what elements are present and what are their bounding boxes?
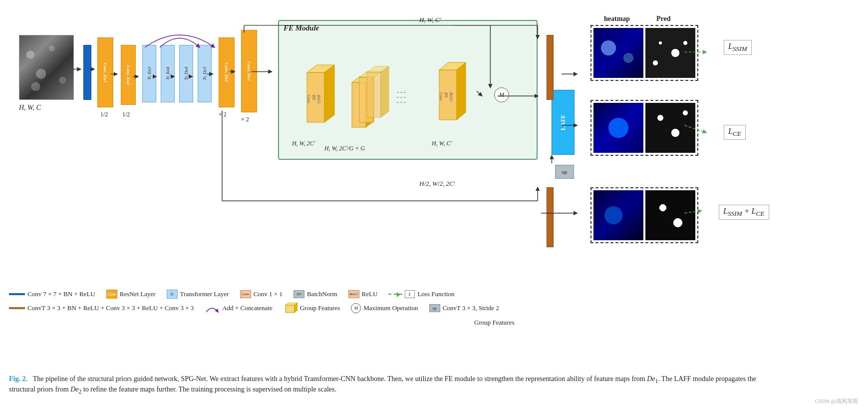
svg-marker-19 bbox=[457, 62, 466, 120]
heatmap-col-label: heatmap bbox=[604, 15, 630, 23]
caption-fig-label: Fig. 2. bbox=[9, 375, 27, 383]
legend-up-icon: up bbox=[429, 304, 440, 312]
legend-blue-line-icon bbox=[9, 293, 25, 295]
legend-row-2: ConvT 3 × 3 + BN + ReLU + Conv 3 × 3 + R… bbox=[9, 303, 858, 314]
legend-blue-line-label: Conv 7 × 7 + BN + ReLU bbox=[27, 290, 95, 298]
svg-marker-13 bbox=[381, 66, 389, 117]
loss-ce: LCE bbox=[724, 125, 746, 140]
svg-text:BN: BN bbox=[311, 95, 316, 100]
legend-convt: ConvT 3 × 3 + BN + ReLU + Conv 3 × 3 + R… bbox=[9, 304, 194, 312]
conv-en2-label: Conv, En2 bbox=[126, 65, 131, 84]
legend-bn-label: BatchNorm bbox=[307, 290, 337, 298]
laff-label: LAFF bbox=[560, 114, 567, 130]
legend-up: up ConvT 3 × 3, Stride 2 bbox=[429, 304, 499, 312]
fe-label-hwc2: H, W, C' bbox=[432, 140, 452, 147]
scale-x2-1: × 2 bbox=[219, 111, 227, 118]
fe-label-hwc1: H, W, 2C' bbox=[292, 140, 315, 147]
svg-text:BN: BN bbox=[444, 92, 448, 98]
legend-green-arrow-icon bbox=[388, 294, 402, 295]
legend-conv-small-icon: Conv bbox=[240, 290, 251, 298]
legend-resnet-label: ResNet Layer bbox=[120, 290, 156, 298]
up-label: up bbox=[562, 169, 568, 175]
m-label: M bbox=[499, 91, 504, 99]
legend-up-label: ConvT 3 × 3, Stride 2 bbox=[443, 304, 499, 312]
legend-relu: ReLU ReLU bbox=[348, 290, 378, 298]
pred-mid-img bbox=[645, 103, 695, 153]
conv-en1-label: Conv, En1 bbox=[103, 62, 108, 82]
legend-m-circle-icon: M bbox=[351, 303, 361, 313]
legend-area: Conv 7 × 7 + BN + ReLU Conv ResNet Layer… bbox=[9, 290, 858, 318]
svg-rect-11 bbox=[367, 72, 381, 117]
csdn-watermark: CSDN @清风等雨 bbox=[815, 398, 858, 405]
tr-de4-block: Tr, De4 bbox=[179, 45, 193, 102]
pred-col-label: Pred bbox=[656, 15, 671, 23]
fe-cubes-mid bbox=[349, 47, 424, 137]
heatmap-bot-img bbox=[593, 190, 643, 240]
brown-bar-bottom bbox=[547, 187, 554, 247]
loss-ssim-top: LSSIM bbox=[724, 40, 752, 55]
scale-half-2: 1/2 bbox=[122, 111, 130, 118]
legend-yellow-cube-icon bbox=[284, 303, 297, 314]
input-image bbox=[19, 35, 74, 100]
fe-label-hwcg: H, W, 2C'/G × G bbox=[324, 145, 365, 152]
legend-add-concat-label: Add + Concatenate bbox=[222, 304, 272, 312]
scale-x2-2: × 2 bbox=[241, 116, 249, 123]
legend-row-1: Conv 7 × 7 + BN + ReLU Conv ResNet Layer… bbox=[9, 290, 858, 299]
legend-batchnorm: BN BatchNorm bbox=[293, 290, 337, 298]
conv-en1-block: Conv, En1 bbox=[97, 37, 113, 107]
features-group-label: Group Features bbox=[474, 319, 515, 327]
conv-en2-block: Conv, En2 bbox=[121, 45, 136, 105]
svg-text:ReLU: ReLU bbox=[449, 92, 453, 102]
legend-orange-conv-icon: Conv bbox=[106, 290, 117, 299]
loss-ssim-ce: LSSIM + LCE bbox=[719, 205, 769, 220]
legend-group-features: Group Features bbox=[284, 303, 340, 314]
fe-cubes-right: Conv BN ReLU bbox=[429, 50, 484, 135]
tr-en3-block: Tr, En3 bbox=[142, 45, 156, 102]
legend-blue-line: Conv 7 × 7 + BN + ReLU bbox=[9, 290, 95, 298]
top-hwc-label: H, W, C' bbox=[419, 16, 441, 24]
svg-text:Conv: Conv bbox=[306, 95, 311, 103]
conv-de2-label: Conv, De2 bbox=[224, 63, 229, 82]
svg-text:ReLU: ReLU bbox=[316, 94, 321, 105]
diagram-area: H, W, C Conv, En1 Conv, En2 1/2 1/2 × 2 … bbox=[10, 5, 858, 285]
main-container: H, W, C Conv, En1 Conv, En2 1/2 1/2 × 2 … bbox=[0, 0, 868, 410]
legend-conv1x1: Conv Conv 1 × 1 bbox=[240, 290, 283, 298]
up-block: up bbox=[555, 165, 574, 179]
legend-maximum-op: M Maximum Operation bbox=[351, 303, 418, 313]
heatmap-mid-img bbox=[593, 103, 643, 153]
curved-arrows-svg bbox=[135, 20, 225, 50]
legend-add-concat: Add + Concatenate bbox=[205, 303, 272, 313]
legend-conv1x1-label: Conv 1 × 1 bbox=[254, 290, 283, 298]
legend-convt-label: ConvT 3 × 3 + BN + ReLU + Conv 3 × 3 + R… bbox=[27, 304, 194, 312]
conv-de1-block: Conv, De1 bbox=[241, 30, 257, 112]
m-circle: M bbox=[494, 87, 509, 102]
heatmap-top-img bbox=[593, 28, 643, 78]
legend-resnet-layer: Conv ResNet Layer bbox=[106, 290, 156, 299]
output-pair-top bbox=[590, 25, 698, 81]
tr-en4-block: Tr, En4 bbox=[161, 45, 175, 102]
legend-relu-label: ReLU bbox=[362, 290, 378, 298]
conv-de1-label: Conv, De1 bbox=[247, 61, 252, 81]
legend-group-features-label: Group Features bbox=[300, 304, 340, 312]
legend-purple-curve-icon bbox=[205, 303, 220, 313]
legend-loss-function: L Loss Function bbox=[388, 290, 454, 298]
fe-module-label: FE Module bbox=[284, 24, 319, 32]
output-pair-bot bbox=[590, 187, 698, 243]
svg-text:Conv: Conv bbox=[439, 92, 443, 101]
blue-conv-block bbox=[83, 45, 91, 100]
legend-bn-icon: BN bbox=[293, 290, 304, 298]
legend-relu-icon: ReLU bbox=[348, 290, 359, 298]
scale-half-1: 1/2 bbox=[100, 111, 108, 118]
pred-bot-img bbox=[645, 190, 695, 240]
legend-tr-icon: Tr bbox=[167, 290, 178, 299]
legend-loss-label: Loss Function bbox=[417, 290, 454, 298]
svg-rect-50 bbox=[286, 305, 294, 313]
legend-transformer-label: Transformer Layer bbox=[180, 290, 229, 298]
output-pair-mid bbox=[590, 100, 698, 156]
svg-marker-2 bbox=[324, 65, 334, 122]
pred-top-img bbox=[645, 28, 695, 78]
fe-cubes-left: Conv BN ReLU bbox=[289, 47, 349, 137]
legend-brown-line-icon bbox=[9, 307, 25, 309]
laff-block: LAFF bbox=[552, 90, 575, 155]
legend-max-op-label: Maximum Operation bbox=[363, 304, 418, 312]
